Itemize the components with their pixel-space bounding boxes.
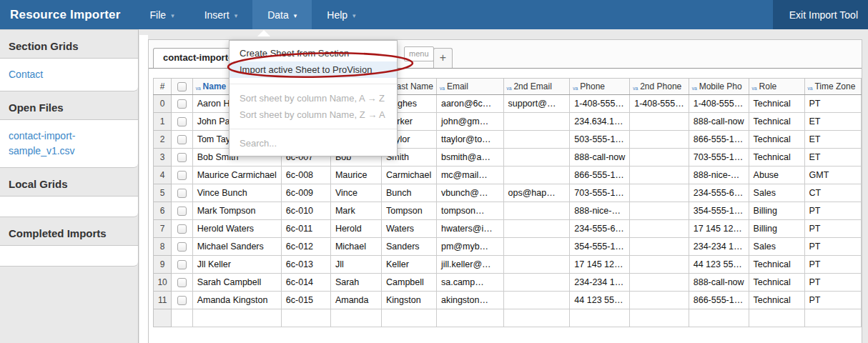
nav-item-file[interactable]: File▾ [135, 0, 189, 29]
sheet-menu-button[interactable]: menu [404, 46, 434, 61]
cell-phone[interactable]: 17 145 12… [570, 256, 630, 274]
cell-2nd-phone[interactable] [630, 256, 689, 274]
row-checkbox[interactable] [177, 99, 187, 109]
cell-2nd-email[interactable] [503, 292, 570, 309]
cell-last-name[interactable]: Kingston [381, 292, 436, 309]
cell-role[interactable]: Technical [749, 113, 804, 131]
cell-name[interactable]: Jll Keller [192, 256, 281, 274]
cell-role[interactable]: Billing [749, 202, 804, 220]
cell-time-zone[interactable]: ET [804, 149, 861, 166]
cell-phone[interactable]: 1-408-555… [570, 95, 630, 113]
cell-time-zone[interactable]: PT [804, 202, 861, 220]
cell-2nd-phone[interactable] [630, 166, 689, 184]
cell-phone[interactable]: 234-234 1… [570, 274, 630, 292]
cell-last-name[interactable]: Campbell [381, 274, 436, 292]
col-header-2nd-phone[interactable]: ᵥₐ2nd Phone [630, 79, 689, 95]
cell-email[interactable]: mc@mail… [436, 166, 503, 184]
cell-last-name[interactable]: Bunch [381, 184, 436, 202]
cell-first-name[interactable]: Herold [330, 220, 381, 238]
cell-first-name[interactable]: Michael [330, 238, 381, 256]
cell-2nd-phone[interactable] [630, 202, 689, 220]
cell-time-zone[interactable]: ET [804, 131, 861, 149]
nav-item-insert[interactable]: Insert▾ [189, 0, 253, 29]
exit-import-tool-button[interactable]: Exit Import Tool [773, 0, 868, 29]
cell-time-zone[interactable]: PT [804, 95, 861, 113]
cell-role[interactable]: Technical [749, 256, 804, 274]
sidebar-link-contact-import-sample-v1-csv[interactable]: contact-import-sample_v1.csv [9, 129, 122, 159]
cell-name[interactable]: Maurice Carmichael [192, 166, 281, 184]
row-checkbox[interactable] [177, 260, 187, 269]
cell-name[interactable]: Michael Sanders [192, 238, 281, 256]
cell-2nd-phone[interactable] [630, 309, 689, 327]
cell-role[interactable] [749, 309, 804, 327]
cell-phone[interactable]: 703-555-1… [570, 184, 630, 202]
cell-2nd-email[interactable] [503, 131, 570, 149]
cell-phone[interactable]: 888-nice-… [570, 202, 630, 220]
cell-role[interactable]: Technical [749, 95, 804, 113]
cell-name[interactable]: Herold Waters [192, 220, 281, 238]
cell-role[interactable]: Sales [749, 184, 804, 202]
cell-mobile-phone[interactable] [689, 309, 749, 327]
cell-2nd-phone[interactable] [630, 274, 689, 292]
cell-first-name[interactable]: Sarah [330, 274, 381, 292]
cell-phone[interactable]: 866-555-1… [570, 166, 630, 184]
row-checkbox[interactable] [177, 278, 187, 287]
cell-phone[interactable]: 234.634.1… [570, 113, 630, 131]
cell-phone[interactable]: 234-555-6… [570, 220, 630, 238]
cell-name[interactable] [192, 309, 281, 327]
cell-email[interactable] [436, 309, 503, 327]
row-checkbox[interactable] [177, 189, 187, 198]
cell-mobile-phone[interactable]: 234-555-6… [689, 184, 749, 202]
cell-email[interactable]: vbunch@… [436, 184, 503, 202]
cell-mobile-phone[interactable]: 888-call-now [689, 113, 749, 131]
row-checkbox[interactable] [177, 242, 187, 252]
cell-2nd-phone[interactable]: 1-408-555… [630, 95, 689, 113]
row-checkbox[interactable] [177, 135, 187, 144]
cell-2nd-phone[interactable] [630, 184, 689, 202]
cell-last-name[interactable] [381, 309, 436, 327]
cell-last-name[interactable]: Waters [381, 220, 436, 238]
cell-time-zone[interactable]: GMT [804, 166, 861, 184]
cell-name[interactable]: Sarah Campbell [192, 274, 281, 292]
col-header-time-zone[interactable]: ᵥₐTime Zone [804, 79, 861, 95]
cell-mobile-phone[interactable]: 888-nice-… [689, 166, 749, 184]
cell-first-name[interactable] [330, 309, 381, 327]
cell-role[interactable]: Technical [749, 131, 804, 149]
cell-first-name[interactable]: Mark [330, 202, 381, 220]
cell-2nd-phone[interactable] [630, 292, 689, 309]
cell-2nd-email[interactable] [503, 256, 570, 274]
cell-2nd-email[interactable] [503, 113, 570, 131]
cell-id[interactable]: 6c-012 [281, 238, 330, 256]
cell-time-zone[interactable]: PT [804, 238, 861, 256]
cell-2nd-email[interactable] [503, 149, 570, 166]
cell-role[interactable]: Sales [749, 238, 804, 256]
cell-2nd-email[interactable] [503, 274, 570, 292]
cell-email[interactable]: bsmith@a… [436, 149, 503, 166]
cell-first-name[interactable]: Maurice [330, 166, 381, 184]
cell-email[interactable]: jill.keller@… [436, 256, 503, 274]
select-all-checkbox[interactable] [177, 82, 187, 91]
cell-2nd-email[interactable]: support@… [503, 95, 570, 113]
cell-email[interactable]: akingston… [436, 292, 503, 309]
cell-first-name[interactable]: Vince [330, 184, 381, 202]
cell-role[interactable]: Technical [749, 274, 804, 292]
cell-email[interactable]: john@gm… [436, 113, 503, 131]
cell-mobile-phone[interactable]: 234-234 1… [689, 238, 749, 256]
cell-id[interactable]: 6c-009 [281, 184, 330, 202]
cell-name[interactable]: Vince Bunch [192, 184, 281, 202]
cell-mobile-phone[interactable]: 1-408-555… [689, 95, 749, 113]
row-checkbox[interactable] [177, 296, 187, 305]
cell-role[interactable]: Technical [749, 292, 804, 309]
cell-2nd-phone[interactable] [630, 131, 689, 149]
cell-mobile-phone[interactable]: 354-555-1… [689, 202, 749, 220]
cell-id[interactable]: 6c-013 [281, 256, 330, 274]
cell-email[interactable]: sa.camp… [436, 274, 503, 292]
cell-email[interactable]: ttaylor@to… [436, 131, 503, 149]
cell-2nd-phone[interactable] [630, 149, 689, 166]
cell-time-zone[interactable]: PT [804, 292, 861, 309]
cell-2nd-phone[interactable] [630, 238, 689, 256]
col-header-phone[interactable]: ᵥₐPhone [570, 79, 630, 95]
nav-item-data[interactable]: Data▾ [252, 0, 312, 29]
cell-id[interactable]: 6c-014 [281, 274, 330, 292]
cell-mobile-phone[interactable]: 866-555-1… [689, 292, 749, 309]
